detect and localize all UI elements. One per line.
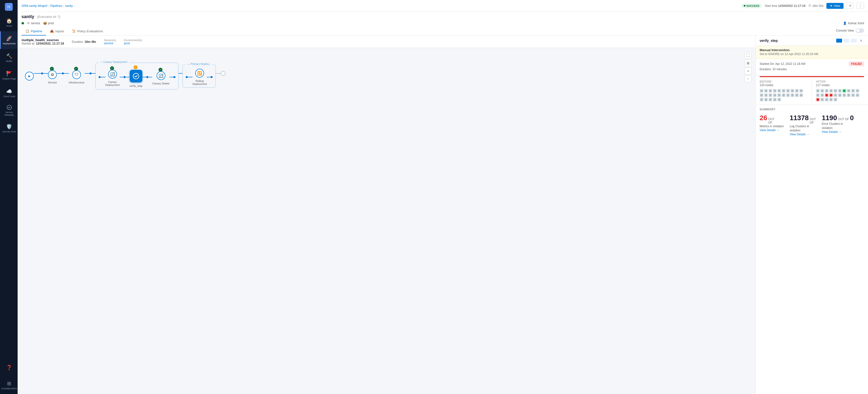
security-tests-icon: 🛡️: [6, 124, 12, 129]
sidebar-item-support[interactable]: ❓: [0, 359, 18, 376]
canary-icon: 🔄: [110, 72, 115, 77]
stage-verify-step[interactable]: ⚠ verify_step: [129, 67, 143, 87]
hex-cell-red: [825, 93, 829, 97]
connector-end: [216, 73, 221, 74]
error-view-details[interactable]: View Details →: [822, 130, 854, 133]
tabs: 📋 Pipeline 📥 Inputs 📜 Policy Evaluations: [22, 27, 107, 35]
duration-value: 18m 50s: [812, 4, 824, 8]
stage-start[interactable]: ▶: [25, 72, 34, 81]
sidebar-item-dashboards[interactable]: ⊞ DASHBOARDS: [0, 376, 18, 394]
sidebar-logo: H: [0, 0, 18, 14]
panel-close-btn[interactable]: ✕: [858, 39, 864, 42]
sidebar-bottom: ❓ ⊞ DASHBOARDS: [0, 359, 18, 394]
hex-cell-red: [829, 93, 833, 97]
tabs-row: 📋 Pipeline 📥 Inputs 📜 Policy Evaluations…: [22, 27, 864, 35]
panel-body: Manual Intervention Set to IGNORE on 12-…: [756, 46, 868, 394]
log-view-details[interactable]: View Details →: [790, 133, 816, 136]
service-reliability-icon: [7, 105, 12, 110]
sidebar-item-builds[interactable]: 🔨 Builds: [0, 49, 18, 66]
breadcrumb-current[interactable]: sanity: [65, 4, 73, 8]
hex-cell: [773, 98, 777, 101]
hex-cell: [773, 89, 777, 93]
grid-button[interactable]: ⊞: [745, 60, 751, 66]
connector: [120, 77, 124, 77]
stage-infrastructure[interactable]: ✓ 🛡 Infrastructure: [69, 68, 85, 84]
eye-icon: 👁: [830, 4, 833, 8]
connector-dot: [41, 72, 43, 74]
stage-canary-deployment[interactable]: ✓ 🔄 CanaryDeployment: [105, 68, 120, 86]
hex-cell: [764, 98, 768, 101]
tab-inputs[interactable]: 📥 Inputs: [46, 27, 68, 35]
tab-policy-evaluations[interactable]: 📜 Policy Evaluations: [68, 27, 107, 35]
hex-cell: [786, 89, 790, 93]
stage-service[interactable]: ✓ ⚙ Service: [48, 68, 57, 84]
hex-cell: [773, 93, 777, 97]
connector-dot: [146, 76, 148, 78]
more-button[interactable]: ⋮: [857, 3, 864, 9]
hex-cell: [777, 98, 781, 101]
hex-cell: [834, 98, 837, 101]
primary-group-label: — Primary Deploy...: [186, 62, 213, 65]
connector-dot: [62, 72, 64, 74]
stat-log-label: Log Clusters inviolation: [790, 124, 816, 133]
connector: [143, 77, 146, 77]
before-section: BEFORE 120 nodes: [756, 77, 812, 104]
sidebar-item-cloud-costs[interactable]: ☁️ Cloud Costs: [0, 84, 18, 102]
hex-cell: [842, 93, 846, 97]
group-collapse-btn[interactable]: — Canary Deployment: [100, 60, 127, 63]
verify-node[interactable]: [130, 70, 143, 83]
sidebar-item-deployments[interactable]: 🚀 Deployments: [0, 31, 18, 49]
console-toggle-switch[interactable]: [856, 28, 864, 33]
home-icon: 🏠: [6, 18, 12, 24]
zoom-in-button[interactable]: +: [745, 67, 751, 74]
stat-error-label: Error Clusters inviolation: [822, 122, 854, 130]
primary-group-collapse-btn[interactable]: — Primary Deploy...: [187, 62, 211, 65]
stage-canary-delete[interactable]: ✓ 🔄 Canary Delete: [152, 69, 169, 85]
hex-cell: [769, 93, 772, 97]
connector-dot: [174, 76, 176, 78]
panel-title: verify_step: [760, 39, 778, 42]
panel-view-btn-2[interactable]: [843, 39, 849, 42]
sidebar-item-home[interactable]: 🏠 Home: [0, 14, 18, 31]
refresh-button[interactable]: ↺: [846, 3, 854, 9]
sidebar-item-feature-flags[interactable]: 🚩 Feature Flags: [0, 66, 18, 84]
connector-dot: [99, 76, 100, 78]
pipeline-area: multiple_health_sources Started at: 12/0…: [18, 36, 755, 394]
fullscreen-button[interactable]: ⛶: [745, 52, 751, 59]
status-badge: SUCCESS: [741, 4, 762, 8]
tab-pipeline[interactable]: 📋 Pipeline: [22, 27, 46, 35]
breadcrumb-pipelines[interactable]: Pipelines: [50, 4, 62, 8]
deployments-icon: 🚀: [6, 35, 12, 41]
hex-cell-red: [816, 98, 820, 101]
sidebar-item-service-reliability[interactable]: Service Reliability: [0, 102, 18, 119]
zoom-out-button[interactable]: −: [745, 75, 751, 82]
primary-deployment-group: — Primary Deploy... 🔁 RollingDeployment: [183, 65, 216, 88]
panel-view-btn-1[interactable]: [836, 39, 842, 42]
stat-metrics-out: OUTOF: [768, 118, 774, 124]
view-button[interactable]: 👁 View: [827, 3, 843, 9]
services-info: Service(s) service: [104, 39, 116, 45]
hex-cell: [847, 89, 850, 93]
metrics-view-details[interactable]: View Details →: [760, 128, 784, 132]
sidebar-item-label: Cloud Costs: [3, 95, 15, 98]
summary-title: SUMMARY: [760, 108, 864, 111]
infra-label: Infrastructure: [69, 81, 85, 84]
pipeline-canvas[interactable]: ⛶ ⊞ + − ▶: [18, 48, 755, 394]
hex-cell: [790, 93, 794, 97]
breadcrumb-org[interactable]: SRM-sanity-4thapril: [22, 4, 47, 8]
status-text: SUCCESS: [746, 4, 760, 7]
duration: Duration: 10 minutes: [760, 67, 805, 72]
pipeline-name: multiple_health_sources: [22, 38, 64, 42]
panel-view-btn-3[interactable]: [851, 39, 857, 42]
console-toggle: Console View: [836, 28, 864, 35]
user-meta: 👤 Kamal Joshi: [843, 22, 864, 25]
play-icon: ▶: [28, 74, 31, 78]
builds-icon: 🔨: [6, 53, 12, 59]
connector: [148, 77, 152, 77]
service-value: service: [104, 41, 116, 45]
sidebar-item-security-tests[interactable]: 🛡️ Security Tests: [0, 119, 18, 137]
canvas-controls: ⛶ ⊞ + −: [745, 52, 751, 82]
duration: ⏱ 18m 50s: [808, 4, 824, 8]
stage-rolling-deployment[interactable]: 🔁 RollingDeployment: [192, 69, 207, 85]
verify-meta: Started On: Apr 12, 2022 11:18 AM Durati…: [760, 61, 805, 72]
